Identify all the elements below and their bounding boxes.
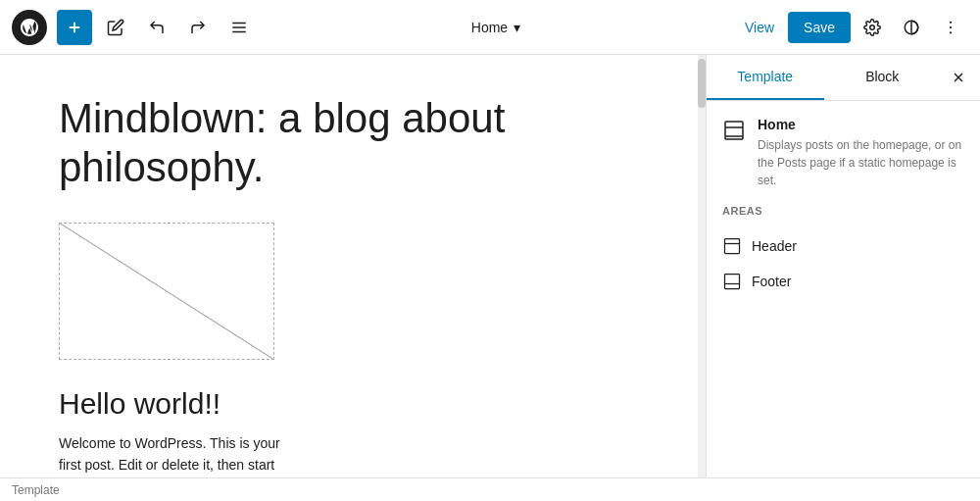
wp-logo	[12, 10, 47, 45]
svg-rect-21	[725, 275, 740, 289]
canvas: Mindblown: a blog about philosophy. Hell…	[0, 55, 706, 477]
template-info: Home Displays posts on the homepage, or …	[758, 117, 964, 189]
wp-logo-icon	[20, 18, 39, 37]
add-block-button[interactable]	[57, 10, 92, 45]
sidebar-header: Template Block	[707, 55, 980, 101]
header-layout-icon	[722, 236, 742, 256]
area-item-header[interactable]: Header	[722, 228, 964, 264]
page-title-label: Home	[471, 20, 508, 35]
scrollbar-thumb	[698, 59, 706, 108]
gear-icon	[863, 19, 881, 36]
svg-point-9	[950, 31, 952, 33]
area-header-label: Header	[752, 238, 797, 254]
settings-button[interactable]	[855, 10, 890, 45]
tools-button[interactable]	[98, 10, 133, 45]
template-name: Home	[758, 117, 964, 132]
svg-point-5	[870, 25, 875, 29]
plus-icon	[66, 19, 83, 36]
post-title: Hello world!!	[59, 387, 647, 421]
blog-title: Mindblown: a blog about philosophy.	[59, 94, 647, 193]
area-item-footer[interactable]: Footer	[722, 264, 964, 299]
tab-template[interactable]: Template	[707, 55, 824, 100]
sidebar: Template Block Home Displays posts on th…	[706, 55, 980, 477]
status-label: Template	[12, 483, 60, 497]
template-item: Home Displays posts on the homepage, or …	[722, 117, 964, 189]
redo-icon	[189, 19, 207, 36]
template-layout-icon	[722, 119, 746, 142]
theme-button[interactable]	[894, 10, 929, 45]
page-title-button[interactable]: Home ▾	[460, 14, 532, 41]
pencil-icon	[107, 19, 124, 36]
more-options-button[interactable]	[933, 10, 968, 45]
undo-button[interactable]	[139, 10, 174, 45]
scrollbar-track[interactable]	[698, 55, 706, 477]
contrast-icon	[903, 19, 920, 36]
area-footer-label: Footer	[752, 274, 791, 289]
list-view-button[interactable]	[221, 10, 257, 45]
areas-label: AREAS	[722, 205, 964, 217]
undo-icon	[148, 19, 166, 36]
close-icon	[951, 70, 966, 85]
svg-point-7	[950, 21, 952, 23]
template-description: Displays posts on the homepage, or on th…	[758, 136, 964, 189]
image-placeholder	[59, 223, 274, 360]
chevron-down-icon: ▾	[514, 20, 520, 35]
more-icon	[942, 19, 959, 36]
svg-rect-19	[725, 239, 740, 254]
view-button[interactable]: View	[735, 14, 784, 41]
footer-layout-icon	[722, 272, 742, 291]
redo-button[interactable]	[180, 10, 216, 45]
list-icon	[230, 19, 248, 36]
main-area: Mindblown: a blog about philosophy. Hell…	[0, 55, 980, 477]
svg-line-13	[61, 224, 273, 359]
post-excerpt: Welcome to WordPress. This is yourfirst …	[59, 432, 647, 477]
save-button[interactable]: Save	[788, 12, 851, 43]
placeholder-image-icon	[60, 224, 273, 359]
toolbar: Home ▾ View Save	[0, 0, 980, 55]
close-sidebar-button[interactable]	[941, 60, 976, 95]
right-toolbar: View Save	[735, 10, 968, 45]
status-bar: Template	[0, 477, 980, 501]
svg-point-8	[950, 25, 952, 27]
tab-block[interactable]: Block	[824, 55, 942, 100]
sidebar-content: Home Displays posts on the homepage, or …	[707, 101, 980, 477]
